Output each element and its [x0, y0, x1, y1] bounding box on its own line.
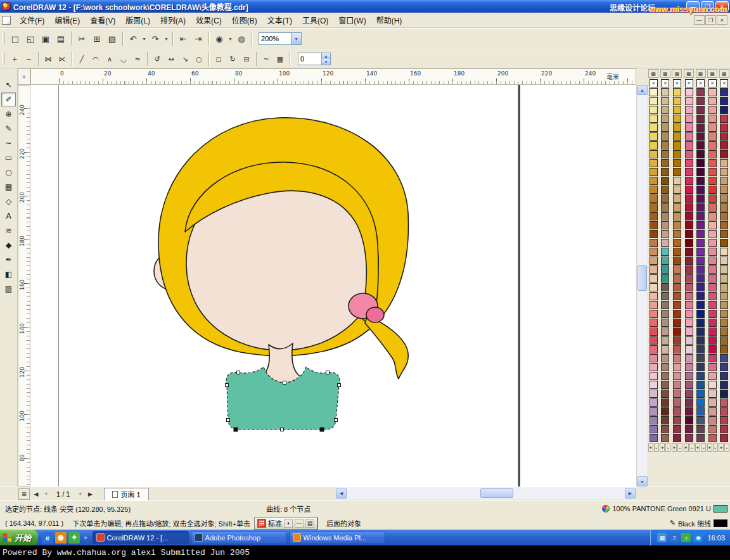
color-swatch[interactable] [720, 301, 728, 309]
color-swatch[interactable] [708, 301, 717, 309]
color-swatch[interactable] [685, 257, 693, 265]
import-button[interactable]: ⇤ [176, 31, 191, 46]
color-swatch[interactable] [708, 416, 717, 424]
color-swatch[interactable] [661, 301, 669, 309]
color-swatch[interactable] [696, 141, 705, 150]
export-button[interactable]: ⇥ [191, 31, 206, 46]
color-swatch[interactable] [673, 115, 681, 123]
color-swatch[interactable] [708, 177, 717, 185]
color-swatch[interactable] [650, 168, 658, 176]
reverse-direction-button[interactable]: ↺ [150, 52, 164, 66]
palette-flyout-button[interactable]: » [689, 443, 695, 452]
color-swatch[interactable] [720, 434, 728, 442]
to-curve-button[interactable]: ◠ [89, 52, 103, 66]
color-swatch[interactable] [650, 283, 658, 291]
color-swatch[interactable] [720, 212, 728, 220]
color-swatch[interactable] [685, 283, 693, 291]
color-swatch[interactable] [673, 221, 681, 229]
menu-file[interactable]: 文件(F) [15, 13, 49, 27]
color-swatch[interactable] [661, 221, 669, 229]
task-coreldraw[interactable]: CorelDRAW 12 - [... [93, 531, 189, 544]
color-swatch[interactable] [673, 265, 681, 274]
task-photoshop[interactable]: Adobe Photoshop [191, 531, 287, 544]
color-swatch[interactable] [720, 221, 728, 229]
perfect-shapes-tool[interactable]: ◇ [1, 194, 16, 208]
color-swatch[interactable] [685, 203, 693, 212]
color-swatch[interactable] [708, 372, 717, 380]
color-swatch[interactable] [708, 434, 717, 442]
color-swatch[interactable] [696, 194, 705, 203]
select-all-nodes-button[interactable]: ▦ [273, 52, 287, 66]
color-swatch[interactable] [650, 239, 658, 247]
vertical-scroll-thumb[interactable] [637, 265, 647, 291]
menu-tools[interactable]: 工具(O) [297, 13, 333, 27]
color-swatch[interactable] [673, 203, 681, 212]
color-swatch[interactable] [685, 363, 693, 371]
color-swatch[interactable] [708, 141, 717, 150]
color-swatch[interactable] [650, 132, 658, 141]
no-color-swatch[interactable]: ✕ [673, 79, 681, 87]
close-curve-button[interactable]: ○ [192, 52, 206, 66]
color-swatch[interactable] [708, 363, 717, 371]
color-swatch[interactable] [650, 257, 658, 265]
color-swatch[interactable] [720, 257, 728, 265]
color-swatch[interactable] [661, 265, 669, 274]
color-swatch[interactable] [650, 150, 658, 158]
outline-tool[interactable]: ✒ [1, 253, 16, 267]
messenger-icon[interactable]: ✦ [68, 532, 80, 544]
color-swatch[interactable] [696, 177, 705, 185]
palette-flyout-button[interactable]: » [665, 443, 670, 452]
color-swatch[interactable] [661, 416, 669, 424]
color-swatch[interactable] [696, 230, 705, 238]
extend-curve-button[interactable]: ↔ [164, 52, 178, 66]
color-swatch[interactable] [696, 301, 705, 309]
ime-keyboard-icon[interactable]: ▤ [305, 519, 314, 528]
color-swatch[interactable] [696, 212, 705, 220]
color-swatch[interactable] [673, 141, 681, 150]
color-swatch[interactable] [685, 115, 693, 123]
color-swatch[interactable] [661, 248, 669, 256]
color-swatch[interactable] [708, 336, 717, 345]
color-swatch[interactable] [673, 328, 681, 336]
color-swatch[interactable] [685, 88, 693, 96]
color-swatch[interactable] [661, 336, 669, 345]
color-swatch[interactable] [673, 354, 681, 362]
color-swatch[interactable] [696, 239, 705, 247]
scroll-right-button[interactable]: ▶ [625, 488, 636, 499]
close-button[interactable]: × [715, 1, 729, 11]
color-swatch[interactable] [661, 390, 669, 398]
color-swatch[interactable] [685, 336, 693, 345]
color-swatch[interactable] [650, 124, 658, 132]
add-page-after-button[interactable]: + [75, 489, 85, 499]
color-swatch[interactable] [720, 124, 728, 132]
undo-button[interactable]: ↶ [125, 31, 141, 46]
color-swatch[interactable] [661, 203, 669, 212]
color-swatch[interactable] [708, 150, 717, 158]
color-swatch[interactable] [696, 434, 705, 442]
palette-scroll-down-button[interactable]: ▼ [719, 443, 724, 452]
color-swatch[interactable] [685, 106, 693, 114]
color-swatch[interactable] [720, 328, 728, 336]
color-swatch[interactable] [673, 212, 681, 220]
menu-edit[interactable]: 编辑(E) [49, 13, 85, 27]
palette-scroll-down-button[interactable]: ▼ [648, 443, 653, 452]
palette-menu-icon[interactable]: ▦ [684, 69, 694, 78]
color-swatch[interactable] [661, 88, 669, 96]
color-swatch[interactable] [661, 319, 669, 327]
symmetric-node-button[interactable]: ≈ [131, 52, 144, 66]
color-swatch[interactable] [673, 168, 681, 176]
rotate-nodes-button[interactable]: ↻ [226, 52, 240, 66]
ime-mode-label[interactable]: 标准 [268, 518, 282, 528]
color-swatch[interactable] [661, 310, 669, 318]
smooth-node-button[interactable]: ◡ [117, 52, 131, 66]
palette-menu-icon[interactable]: ▦ [660, 69, 670, 78]
palette-scroll-down-button[interactable]: ▼ [684, 443, 689, 452]
menu-layout[interactable]: 版面(L) [120, 13, 155, 27]
zoom-dropdown-button[interactable]: ▾ [291, 33, 301, 44]
page-corner-button[interactable]: ⊞ [18, 488, 30, 500]
color-swatch[interactable] [661, 328, 669, 336]
color-swatch[interactable] [650, 354, 658, 362]
no-color-swatch[interactable]: ✕ [720, 79, 728, 87]
delete-node-button[interactable]: − [22, 52, 35, 66]
mdi-minimize-button[interactable]: — [694, 15, 705, 25]
